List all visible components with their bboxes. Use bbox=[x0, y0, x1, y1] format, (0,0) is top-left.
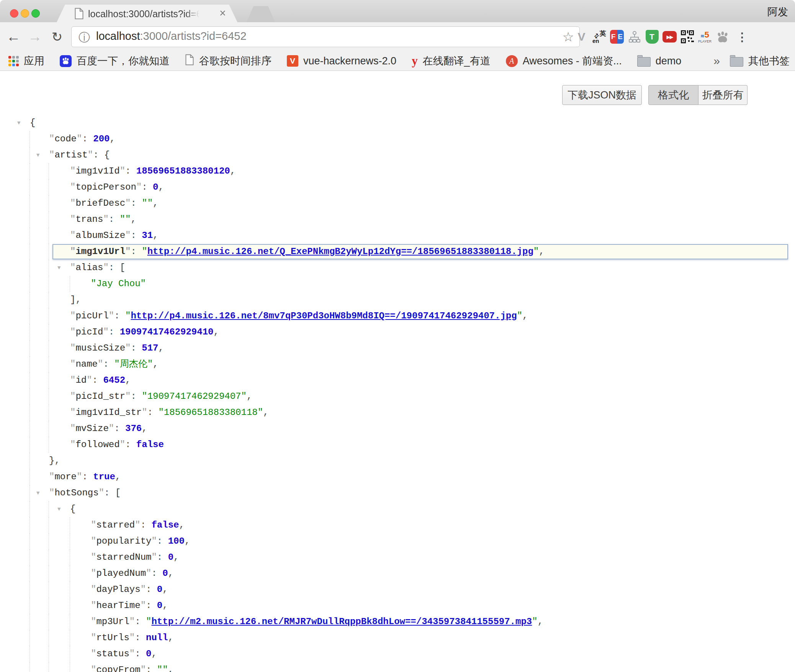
json-token: " bbox=[70, 262, 75, 273]
new-tab-button[interactable] bbox=[247, 6, 275, 22]
format-button[interactable]: 格式化 bbox=[648, 85, 698, 105]
collapse-toggle-icon[interactable]: ▼ bbox=[36, 485, 39, 501]
json-token: " bbox=[120, 439, 125, 450]
json-value: 0 bbox=[168, 552, 173, 562]
json-tokens: "name": "周杰伦", bbox=[70, 359, 158, 369]
json-key: more bbox=[54, 472, 77, 482]
collapse-all-button[interactable]: 折叠所有 bbox=[698, 85, 748, 105]
json-bracket: { bbox=[30, 118, 35, 128]
reload-icon[interactable]: ↻ bbox=[48, 22, 66, 51]
collapse-toggle-icon[interactable]: ▼ bbox=[57, 260, 61, 276]
json-token: , bbox=[173, 552, 179, 562]
json-value: 0 bbox=[146, 649, 151, 659]
json-token: : bbox=[82, 472, 93, 482]
json-token: " bbox=[91, 568, 96, 579]
minimize-window-button[interactable] bbox=[21, 9, 29, 18]
json-token: , bbox=[115, 472, 121, 482]
collapse-toggle-icon[interactable]: ▼ bbox=[17, 115, 20, 131]
f-half: F bbox=[610, 30, 617, 44]
bookmark-label: 百度一下，你就知道 bbox=[77, 54, 170, 68]
json-token: " bbox=[70, 343, 75, 353]
json-token: , bbox=[153, 230, 158, 241]
bookmark-item[interactable]: y在线翻译_有道 bbox=[412, 54, 491, 68]
bookmark-star-icon[interactable]: ☆ bbox=[563, 29, 574, 44]
html5-player-icon[interactable]: ≋5PLAYER bbox=[698, 29, 712, 44]
fe-icon[interactable]: FE bbox=[610, 29, 624, 44]
bookmark-item[interactable]: 百度一下，你就知道 bbox=[60, 54, 170, 68]
json-key: id bbox=[75, 375, 87, 385]
json-value: 0 bbox=[153, 182, 158, 192]
apps-grid-dot bbox=[8, 64, 11, 66]
download-json-button[interactable]: 下载JSON数据 bbox=[562, 85, 642, 105]
sitemap-icon[interactable] bbox=[627, 29, 641, 44]
json-token: : bbox=[157, 552, 168, 562]
forward-icon[interactable]: → bbox=[26, 22, 44, 51]
tab-close-icon[interactable]: × bbox=[219, 7, 226, 20]
bookmark-item[interactable]: demo bbox=[637, 55, 682, 67]
json-link[interactable]: http://p4.music.126.net/Q_ExePNkmgB2yWyL… bbox=[147, 246, 533, 257]
indent-guide bbox=[49, 421, 49, 437]
back-icon[interactable]: ← bbox=[5, 22, 22, 51]
tampermonkey-icon[interactable]: T bbox=[645, 29, 659, 44]
vimium-v-icon[interactable]: V bbox=[574, 29, 589, 44]
json-value: 200 bbox=[93, 134, 110, 144]
json-token: " bbox=[70, 214, 75, 225]
url-text[interactable]: localhost:3000/artists?id=6452 bbox=[96, 30, 247, 43]
site-info-icon[interactable]: ⓘ bbox=[79, 30, 90, 46]
close-window-button[interactable] bbox=[10, 9, 18, 18]
json-tokens: "starred": false, bbox=[91, 520, 185, 530]
json-token: , bbox=[75, 295, 81, 305]
qr-code-icon[interactable] bbox=[680, 29, 694, 44]
json-token: " bbox=[129, 649, 135, 659]
json-key: picId_str bbox=[75, 391, 125, 402]
json-value: 18569651883380120 bbox=[136, 166, 230, 176]
json-token: : bbox=[141, 520, 152, 530]
json-token: : bbox=[131, 198, 142, 208]
bookmark-label: 应用 bbox=[24, 54, 44, 68]
collapse-toggle-icon[interactable]: ▼ bbox=[57, 501, 61, 517]
paw-icon[interactable] bbox=[715, 29, 730, 44]
json-token: , bbox=[110, 134, 115, 144]
json-link[interactable]: http://p4.music.126.net/8mv7qP30Pd3oHW8b… bbox=[131, 311, 517, 321]
json-line: "dayPlays": 0, bbox=[0, 582, 795, 598]
indent-guide bbox=[49, 388, 49, 405]
json-string-value: "" bbox=[157, 665, 168, 672]
json-tokens: { bbox=[70, 504, 75, 514]
json-token: " bbox=[103, 214, 108, 225]
indent-guide bbox=[70, 276, 70, 292]
json-tokens: }, bbox=[49, 456, 60, 466]
json-token: : bbox=[146, 665, 157, 672]
json-key: musicSize bbox=[75, 343, 125, 353]
collapse-toggle-icon[interactable]: ▼ bbox=[36, 147, 39, 163]
bookmark-item[interactable]: Vvue-hackernews-2.0 bbox=[287, 55, 396, 67]
bookmarks-overflow-icon[interactable]: » bbox=[713, 54, 720, 67]
json-tokens: "picId": 19097417462929410, bbox=[70, 327, 219, 337]
browser-tab[interactable]: localhost:3000/artists?id=645 × bbox=[57, 5, 237, 22]
bookmark-item[interactable]: 应用 bbox=[8, 54, 44, 68]
json-token: " bbox=[88, 150, 93, 160]
indent-guide bbox=[29, 533, 30, 549]
json-tokens: "topicPerson": 0, bbox=[70, 182, 164, 192]
json-token: " bbox=[136, 182, 142, 192]
bookmark-item[interactable]: AAwesomes - 前端资... bbox=[506, 54, 622, 68]
zoom-window-button[interactable] bbox=[31, 9, 40, 18]
json-tokens: "img1v1Id": 18569651883380120, bbox=[70, 166, 236, 176]
address-bar[interactable]: ⓘ localhost:3000/artists?id=6452 ☆ bbox=[71, 26, 580, 47]
indent-guide bbox=[29, 211, 30, 228]
zh-label: 英 bbox=[600, 29, 606, 38]
other-bookmarks-folder[interactable]: 其他书签 bbox=[730, 54, 790, 68]
json-value: false bbox=[151, 520, 179, 530]
page-favicon bbox=[74, 8, 84, 21]
json-line: "id": 6452, bbox=[0, 372, 795, 388]
translate-icon[interactable]: ⇄英en bbox=[592, 29, 606, 44]
json-token: " bbox=[91, 584, 96, 595]
video-player-icon[interactable]: ▶▶ bbox=[662, 29, 677, 44]
browser-menu-icon[interactable]: ⋮ bbox=[734, 22, 750, 51]
indent-guide bbox=[49, 517, 49, 533]
bookmark-item[interactable]: 谷歌按时间排序 bbox=[185, 54, 272, 68]
json-link[interactable]: http://m2.music.126.net/RMJR7wDullRqppBk… bbox=[151, 616, 532, 627]
json-token: " bbox=[91, 552, 96, 562]
apps-grid-dot bbox=[16, 60, 19, 62]
json-token: " bbox=[103, 262, 108, 273]
profile-name[interactable]: 阿发 bbox=[767, 5, 788, 19]
